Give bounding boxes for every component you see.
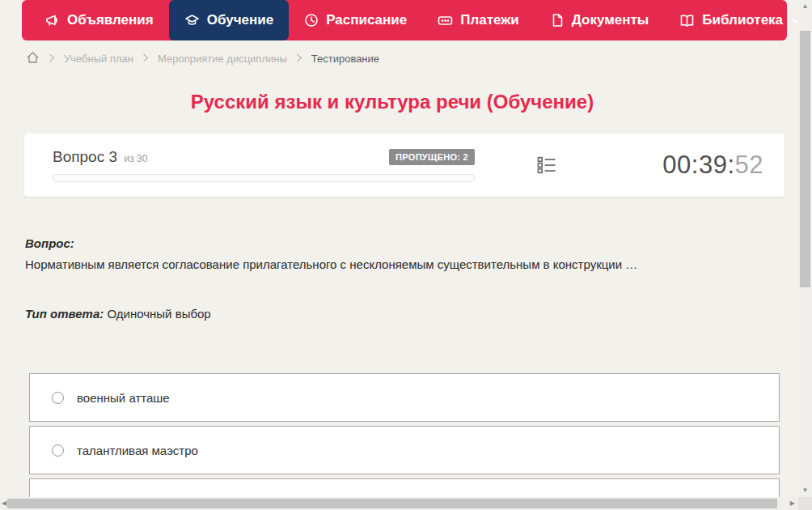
radio-button[interactable]: [52, 392, 64, 404]
breadcrumb: Учебный план Мероприятие дисциплины Тест…: [26, 51, 379, 66]
answer-type: Тип ответа: Одиночный выбор: [25, 307, 211, 321]
quiz-header-card: Вопрос 3 из 30 ПРОПУЩЕНО: 2 00:39:52: [24, 134, 785, 197]
nav-item-payments[interactable]: Платежи: [422, 0, 535, 40]
nav-item-library[interactable]: Библиотека: [664, 0, 812, 40]
scroll-down-arrow-icon[interactable]: ▼: [798, 486, 812, 495]
question-total: из 30: [124, 153, 147, 164]
vertical-scrollbar[interactable]: ▲ ▼: [798, 0, 812, 497]
document-icon: [550, 13, 565, 28]
option-row[interactable]: талантливая маэстро: [29, 426, 780, 474]
home-icon[interactable]: [26, 51, 40, 66]
scroll-right-arrow-icon[interactable]: ▶: [790, 497, 795, 510]
option-label: талантливая маэстро: [77, 444, 198, 457]
progress-bar: [53, 174, 475, 182]
question-text: Нормативным является согласование прилаг…: [25, 257, 765, 271]
horizontal-scrollbar-thumb[interactable]: [7, 499, 777, 508]
scroll-left-arrow-icon[interactable]: ◀: [2, 497, 6, 510]
radio-button[interactable]: [52, 444, 64, 457]
nav-item-label: Библиотека: [702, 12, 783, 28]
answer-type-value: Одиночный выбор: [107, 307, 210, 321]
vertical-scrollbar-thumb[interactable]: [800, 31, 810, 287]
nav-item-label: Платежи: [460, 12, 519, 28]
nav-item-announcements[interactable]: Объявления: [30, 0, 169, 40]
breadcrumb-item-discipline-event[interactable]: Мероприятие дисциплины: [158, 53, 287, 65]
timer: 00:39:52: [662, 151, 763, 180]
nav-item-label: Обучение: [207, 12, 273, 28]
nav-item-label: Объявления: [67, 12, 154, 28]
graduation-cap-icon: [184, 13, 200, 28]
scrollbar-corner: [798, 497, 812, 510]
nav-item-schedule[interactable]: Расписание: [289, 0, 422, 40]
nav-item-documents[interactable]: Документы: [535, 0, 665, 40]
nav-item-learning[interactable]: Обучение: [169, 0, 289, 40]
breadcrumb-item-testing: Тестирование: [311, 53, 379, 65]
skipped-badge: ПРОПУЩЕНО: 2: [389, 149, 475, 165]
question-list-icon[interactable]: [535, 154, 558, 176]
question-number: Вопрос 3: [53, 148, 117, 165]
chevron-right-icon: [49, 53, 55, 65]
page-title: Русский язык и культура речи (Обучение): [0, 91, 785, 113]
timer-main: 00:39:: [662, 151, 734, 179]
banknote-icon: [438, 13, 453, 28]
quiz-progress-block: Вопрос 3 из 30 ПРОПУЩЕНО: 2: [53, 148, 475, 182]
answer-type-label: Тип ответа:: [25, 307, 104, 321]
top-navbar: Объявления Обучение Расписание: [22, 0, 787, 40]
horizontal-scrollbar[interactable]: ◀ ▶: [0, 497, 798, 510]
scroll-up-arrow-icon[interactable]: ▲: [798, 2, 812, 11]
megaphone-icon: [45, 13, 60, 28]
question-prefix: Вопрос:: [25, 236, 74, 250]
clock-icon: [304, 13, 319, 28]
option-row[interactable]: военный атташе: [29, 373, 780, 422]
nav-item-label: Расписание: [326, 12, 407, 28]
options-list: военный атташе талантливая маэстро финск…: [29, 373, 780, 510]
book-icon: [679, 13, 695, 28]
breadcrumb-item-study-plan[interactable]: Учебный план: [64, 53, 133, 65]
option-label: военный атташе: [77, 391, 170, 405]
chevron-right-icon: [296, 53, 302, 65]
chevron-right-icon: [142, 53, 149, 65]
timer-seconds: 52: [735, 151, 763, 179]
nav-item-label: Документы: [572, 12, 649, 28]
